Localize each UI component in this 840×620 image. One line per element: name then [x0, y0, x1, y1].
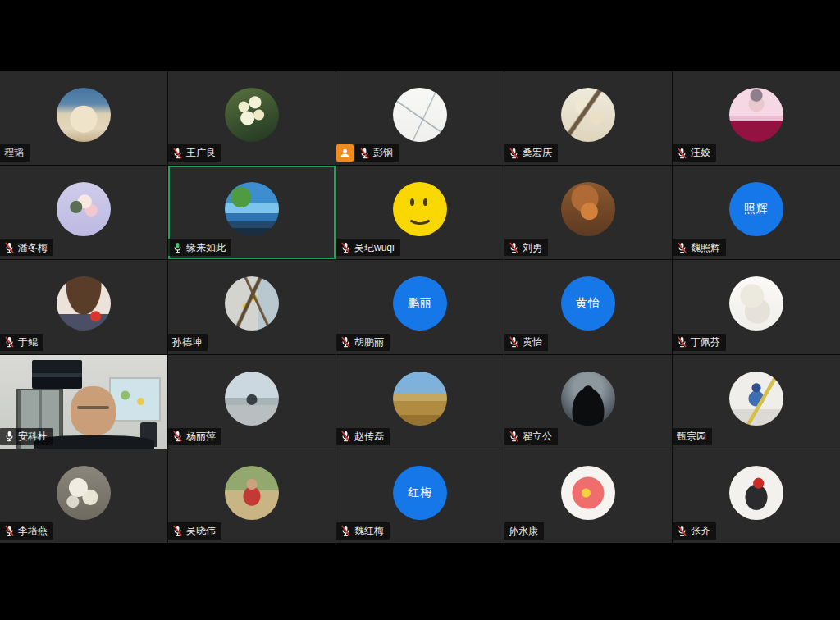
participant-name: 魏照辉 — [691, 242, 720, 253]
participant-name-label: 甄宗园 — [673, 428, 712, 445]
participant-avatar: 照辉 — [729, 182, 783, 236]
participant-label-row: 刘勇 — [504, 239, 548, 256]
participant-name: 汪姣 — [691, 147, 710, 158]
participant-label-row: 吴晓伟 — [168, 522, 221, 540]
participant-tile[interactable]: 丁佩芬 — [673, 260, 840, 353]
participant-name-label: 刘勇 — [504, 239, 548, 256]
participant-tile[interactable]: 孙德坤 — [168, 260, 336, 353]
participant-tile[interactable]: 潘冬梅 — [0, 166, 167, 259]
participant-tile[interactable]: 杨丽萍 — [168, 355, 336, 449]
mic-icon — [172, 431, 183, 442]
participant-avatar — [225, 88, 279, 142]
participant-name: 孙永康 — [509, 525, 538, 536]
participant-label-row: 李培燕 — [0, 522, 53, 540]
participant-label-row: 翟立公 — [504, 428, 558, 445]
meeting-gallery: 程韬 王广良 — [0, 71, 840, 543]
participant-name: 甄宗园 — [677, 431, 706, 442]
participant-avatar — [225, 277, 279, 331]
participant-tile[interactable]: 张齐 — [673, 449, 840, 543]
participant-name: 杨丽萍 — [186, 431, 216, 442]
participant-avatar — [729, 88, 783, 142]
participant-label-row: 魏红梅 — [336, 522, 390, 540]
mic-icon — [340, 525, 351, 536]
participant-avatar — [57, 466, 111, 520]
participant-tile[interactable]: 汪姣 — [673, 71, 840, 165]
participant-avatar — [57, 88, 111, 142]
participant-tile[interactable]: 翟立公 — [504, 355, 672, 449]
participant-name-label: 王广良 — [168, 144, 221, 162]
mic-icon — [4, 525, 15, 536]
participant-name: 黄怡 — [523, 336, 542, 348]
participant-tile[interactable]: 刘勇 — [504, 166, 672, 259]
participant-tile[interactable]: 照辉 魏照辉 — [673, 166, 840, 259]
participant-avatar — [393, 88, 447, 142]
participant-avatar — [729, 466, 783, 520]
participant-label-row: 杨丽萍 — [168, 428, 221, 445]
participant-tile[interactable]: 鹏丽 胡鹏丽 — [336, 260, 504, 353]
participant-name-label: 程韬 — [0, 144, 30, 162]
participant-name-label: 吴玘wuqi — [336, 239, 400, 256]
participant-tile[interactable]: 黄怡 黄怡 — [504, 260, 672, 353]
participant-name: 缘来如此 — [186, 242, 226, 253]
participant-name: 胡鹏丽 — [354, 336, 384, 348]
mic-icon — [340, 431, 351, 442]
participant-tile[interactable]: 孙永康 — [504, 449, 672, 543]
participant-tile[interactable]: 李培燕 — [0, 449, 167, 543]
participant-tile[interactable]: 甄宗园 — [673, 355, 840, 449]
participant-tile[interactable]: 王广良 — [168, 71, 336, 165]
participant-avatar — [561, 466, 615, 520]
participant-name: 吴玘wuqi — [354, 242, 395, 253]
participant-name-label: 于鲲 — [0, 334, 43, 351]
mic-icon — [4, 431, 15, 442]
participant-name: 潘冬梅 — [18, 242, 48, 253]
participant-label-row: 魏照辉 — [673, 239, 726, 256]
mic-icon — [4, 336, 15, 348]
participant-avatar — [57, 182, 111, 236]
participant-name-label: 李培燕 — [0, 522, 53, 540]
mic-icon — [677, 336, 687, 348]
mic-icon — [172, 525, 183, 536]
participant-tile[interactable]: 于鲲 — [0, 260, 167, 353]
participant-label-row: 黄怡 — [504, 334, 548, 351]
mic-icon — [4, 242, 15, 253]
person-badge-icon — [336, 144, 354, 162]
participant-tile[interactable]: 程韬 — [0, 71, 167, 165]
participant-name: 桑宏庆 — [523, 147, 552, 158]
participant-label-row: 赵传磊 — [336, 428, 390, 445]
mic-icon — [172, 148, 183, 159]
participant-tile[interactable]: 桑宏庆 — [504, 71, 672, 165]
participant-label-row: 胡鹏丽 — [336, 334, 390, 351]
participant-tile[interactable]: 吴玘wuqi — [336, 166, 504, 259]
participant-label-row: 张齐 — [673, 522, 716, 540]
participant-name-label: 彭钢 — [355, 144, 399, 162]
participant-name-label: 吴晓伟 — [168, 522, 221, 540]
participant-name: 王广良 — [186, 147, 216, 158]
participant-name-label: 魏照辉 — [673, 239, 726, 256]
mic-icon — [677, 242, 687, 253]
mic-icon — [359, 148, 370, 159]
participant-label-row: 潘冬梅 — [0, 239, 53, 256]
participant-name-label: 安科杜 — [0, 428, 53, 445]
webcam-wall-map — [109, 377, 161, 422]
participant-tile[interactable]: 缘来如此 — [168, 166, 336, 259]
participant-tile[interactable]: 红梅 魏红梅 — [336, 449, 504, 543]
participant-tile[interactable]: 彭钢 — [336, 71, 504, 165]
participant-name-label: 黄怡 — [504, 334, 548, 351]
participant-avatar — [57, 277, 111, 331]
participant-name-label: 孙永康 — [504, 522, 544, 540]
participant-name-label: 汪姣 — [673, 144, 716, 162]
participant-name-label: 赵传磊 — [336, 428, 390, 445]
participant-label-row: 于鲲 — [0, 334, 43, 351]
participant-name-label: 孙德坤 — [168, 334, 208, 351]
participant-name: 程韬 — [4, 147, 24, 158]
participant-tile[interactable]: 吴晓伟 — [168, 449, 336, 543]
participant-name-label: 桑宏庆 — [504, 144, 558, 162]
participant-name: 李培燕 — [18, 525, 48, 536]
participant-avatar — [225, 372, 279, 426]
participant-name-label: 翟立公 — [504, 428, 558, 445]
participant-label-row: 缘来如此 — [168, 239, 231, 256]
participant-tile[interactable]: 赵传磊 — [336, 355, 504, 449]
participant-avatar — [561, 88, 615, 142]
participant-tile[interactable]: 安科杜 — [0, 355, 167, 449]
participant-avatar — [561, 372, 615, 426]
